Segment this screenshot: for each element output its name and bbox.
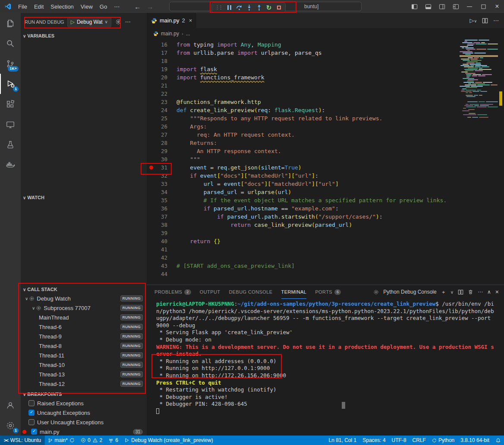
testing-icon[interactable] [0,135,21,155]
panel-tab-debug-console[interactable]: DEBUG CONSOLE [229,285,272,299]
code-line[interactable]: 23@functions_framework.http [147,98,460,106]
account-icon[interactable] [0,395,21,415]
code-line[interactable]: 43# [START add_ons_case_preview_link] [147,262,460,270]
minimap[interactable] [460,40,498,285]
code-line[interactable]: 33 url = event["docs"]["matchedUrl"]["ur… [147,180,460,188]
code-line[interactable]: 24def create_link_preview(req: flask.Req… [147,106,460,114]
split-terminal-icon[interactable] [458,289,463,295]
views-more-icon[interactable]: ⋯ [125,19,131,25]
breakpoint-checkbox[interactable] [28,410,35,416]
panel-tab-output[interactable]: OUTPUT [200,285,220,299]
editor-more-icon[interactable]: ⋯ [493,17,499,24]
code-line[interactable]: 41 [147,245,460,254]
ports-indicator[interactable]: 6 [105,436,121,445]
call-stack-row[interactable]: Thread-6RUNNING [21,322,147,332]
breadcrumb[interactable]: main.py › ... [147,28,504,39]
extensions-icon[interactable] [0,94,21,114]
code-line[interactable]: 19import flask [147,65,460,73]
pause-button[interactable] [226,4,233,11]
nav-back-icon[interactable]: ← [134,3,141,10]
problems-indicator[interactable]: 0 2 [78,436,105,445]
sync-icon[interactable] [69,438,75,443]
breakpoint-checkbox[interactable] [31,429,37,435]
panel-tab-ports[interactable]: PORTS6 [315,285,341,299]
maximize-panel-icon[interactable]: ∧ [487,289,491,295]
toggle-secondary-sidebar-icon[interactable] [435,0,449,13]
call-stack-row[interactable]: MainThreadRUNNING [21,313,147,322]
customize-layout-icon[interactable] [449,0,463,13]
eol-indicator[interactable]: CRLF [410,436,429,445]
indentation-indicator[interactable]: Spaces: 4 [359,436,388,445]
code-line[interactable]: 39 [147,229,460,237]
notifications-bell[interactable] [492,436,504,445]
call-stack-row[interactable]: Thread-11RUNNING [21,351,147,360]
call-stack-row[interactable]: Thread-9RUNNING [21,332,147,341]
maximize-icon[interactable] [476,0,490,13]
kill-terminal-icon[interactable] [468,289,473,295]
language-indicator[interactable]: Python [429,436,457,445]
debug-settings-gear-icon[interactable] [115,19,122,25]
menu-item-view[interactable]: View [77,0,96,13]
code-line[interactable]: 20import functions_framework [147,73,460,81]
code-line[interactable]: 44 [147,270,460,278]
docker-icon[interactable] [0,155,21,175]
source-control-icon[interactable]: 1K+ [0,53,21,74]
call-stack-row[interactable]: Thread-10RUNNING [21,360,147,370]
restart-button[interactable]: ↻ [265,4,272,11]
close-panel-icon[interactable]: × [495,288,499,295]
editor-scrollbar[interactable] [498,40,504,285]
menu-item-edit[interactable]: Edit [31,0,47,13]
toolbar-drag-handle-icon[interactable]: ⋮⋮ [215,5,222,10]
code-line[interactable]: 17from urllib.parse import urlparse, par… [147,49,460,57]
call-stack-row[interactable]: Thread-12RUNNING [21,379,147,389]
split-editor-icon[interactable] [482,18,488,24]
breakpoint-row[interactable]: Raised Exceptions [21,398,147,408]
code-line[interactable]: 40 return {} [147,237,460,245]
code-line[interactable]: 29 An HTTP response context. [147,147,460,155]
search-icon[interactable] [0,33,21,53]
code-line[interactable]: 30 """ [147,155,460,163]
call-stack-row[interactable]: ∨ Subprocess 77007RUNNING [21,303,147,313]
code-line[interactable]: 18 [147,57,460,65]
breakpoint-row[interactable]: Uncaught Exceptions [21,408,147,417]
code-line[interactable]: 38 return case_link_preview(parsed_url) [147,221,460,229]
remote-indicator[interactable]: >< WSL: Ubuntu [0,436,45,445]
panel-tab-terminal[interactable]: TERMINAL [281,285,307,299]
code-line[interactable]: 35 # If the event object URL matches a s… [147,196,460,204]
variables-section-header[interactable]: ∨ VARIABLES [21,31,147,40]
new-terminal-icon[interactable]: ＋ [441,288,446,296]
call-stack-row[interactable]: Thread-13RUNNING [21,370,147,379]
terminal-dropdown-icon[interactable]: ∨ [450,290,454,295]
panel-tab-problems[interactable]: PROBLEMS2 [154,285,191,299]
panel-more-icon[interactable]: ⋯ [478,289,483,295]
breakpoints-section-header[interactable]: ∨ BREAKPOINTS [21,390,147,398]
tab-main-py[interactable]: main.py 2 × [147,13,196,28]
breakpoint-row[interactable]: main.py31 [21,427,147,436]
code-line[interactable]: 31 event = req.get_json(silent=True) [147,163,460,172]
menu-item-go[interactable]: Go [96,0,110,13]
settings-gear-icon[interactable]: 1 [0,415,21,436]
encoding-indicator[interactable]: UTF-8 [389,436,410,445]
code-line[interactable]: 28 Returns: [147,139,460,147]
step-out-button[interactable] [255,4,262,11]
toggle-panel-icon[interactable] [421,0,435,13]
watch-section-header[interactable]: ∨ WATCH [21,193,147,202]
nav-forward-icon[interactable]: → [147,3,153,10]
explorer-icon[interactable] [0,13,21,33]
remote-explorer-icon[interactable] [0,114,21,135]
code-line[interactable]: 16from typing import Any, Mapping [147,41,460,49]
code-line[interactable]: 21 [147,81,460,90]
code-line[interactable]: 34 parsed_url = urlparse(url) [147,188,460,196]
debug-session-indicator[interactable]: Debug Watch (create_link_preview) [121,436,216,445]
minimize-icon[interactable]: — [463,0,476,13]
code-line[interactable]: 42 [147,254,460,262]
line-col-indicator[interactable]: Ln 81, Col 1 [325,436,359,445]
menu-item-file[interactable]: File [15,0,31,13]
terminal-selector[interactable]: Python Debug Console [383,289,436,295]
menu-item-selection[interactable]: Selection [47,0,77,13]
step-into-button[interactable] [246,4,252,11]
code-line[interactable]: 36 if parsed_url.hostname == "example.co… [147,204,460,213]
code-line[interactable]: 25 """Responds to any HTTP request relat… [147,114,460,122]
interpreter-indicator[interactable]: 3.8.10 64-bit [457,436,492,445]
code-line[interactable]: 37 if parsed_url.path.startswith("/suppo… [147,213,460,221]
